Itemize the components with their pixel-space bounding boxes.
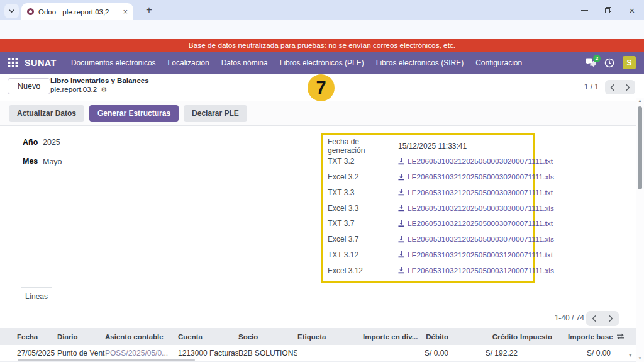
col-diario[interactable]: Diario [57, 333, 105, 341]
cell-cuenta[interactable]: 1213000 Facturas... [178, 349, 238, 358]
menu-documentos-electronicos[interactable]: Documentos electronicos [71, 59, 156, 67]
tab-lineas[interactable]: Líneas [21, 287, 52, 305]
apps-grid-icon[interactable] [8, 58, 18, 67]
file-name: LE2060531032120250500031200071111.txt [408, 251, 553, 259]
scroll-down-arrow[interactable]: ▼ [636, 356, 644, 360]
neutralized-database-banner: Base de datos neutralizada para pruebas:… [0, 39, 644, 52]
col-socio[interactable]: Socio [238, 333, 297, 341]
file-name: LE2060531032120250500030200071111.txt [408, 157, 553, 166]
menu-libros-electronicos-ple[interactable]: Libros electrónicos (PLE) [280, 59, 364, 67]
breadcrumb-parent[interactable]: Libro Inventarios y Balances [50, 77, 149, 84]
download-file-link[interactable]: LE2060531032120250500030300071111.xls [398, 204, 554, 213]
file-row: TXT 3.7 LE206053103212025050003070007111… [328, 216, 528, 232]
file-row: TXT 3.3 LE206053103212025050003030007111… [328, 185, 528, 201]
month-field[interactable]: Mayo [43, 157, 62, 166]
download-file-link[interactable]: LE2060531032120250500030700071111.xls [398, 235, 554, 244]
col-debito[interactable]: Débito [419, 333, 451, 341]
file-name: LE2060531032120250500030300071111.txt [408, 188, 553, 197]
file-name: LE2060531032120250500030200071111.xls [408, 173, 554, 181]
breadcrumb-record: ple.report.03.2 ⚙ [50, 86, 149, 93]
file-label: Excel 3.2 [328, 173, 398, 181]
tab-search-button[interactable] [4, 4, 19, 18]
list-pager-next-button[interactable] [602, 311, 619, 326]
menu-configuracion[interactable]: Configuracion [475, 59, 522, 67]
col-credito[interactable]: Crédito [451, 333, 520, 341]
year-field[interactable]: 2025 [43, 138, 60, 147]
col-importe-divisa[interactable]: Importe en div... [363, 333, 419, 341]
download-file-link[interactable]: LE2060531032120250500030300071111.txt [398, 188, 553, 197]
download-icon [398, 158, 404, 165]
row-dropdown-caret-icon[interactable]: ▾ [629, 352, 632, 358]
file-label: Excel 3.12 [328, 266, 398, 275]
odoo-favicon-icon [27, 8, 34, 15]
breadcrumb: Libro Inventarios y Balances ple.report.… [50, 77, 149, 93]
col-importe-base[interactable]: Importe base [568, 333, 613, 341]
col-fecha[interactable]: Fecha [17, 333, 57, 341]
file-label: Excel 3.3 [328, 204, 398, 213]
cell-debito[interactable]: S/ 0.00 [419, 349, 451, 358]
form-statusbar: Actualizar Datos Generar Estructuras Dec… [0, 101, 644, 126]
tab-close-icon[interactable]: × [123, 8, 128, 16]
app-brand-sunat[interactable]: SUNAT [25, 58, 57, 68]
scroll-up-arrow[interactable]: ▲ [636, 99, 644, 103]
browser-tab[interactable]: Odoo - ple.report.03,2 × [21, 3, 133, 20]
gear-icon[interactable]: ⚙ [101, 86, 107, 93]
cell-socio[interactable]: B2B SOLUTIONS ... [238, 349, 297, 358]
adjust-columns-icon[interactable] [613, 333, 627, 340]
annotation-circle-7: 7 [308, 74, 335, 101]
download-file-link[interactable]: LE2060531032120250500030200071111.txt [398, 157, 553, 166]
download-icon [398, 267, 404, 274]
cell-fecha[interactable]: 27/05/2025 [17, 349, 57, 358]
window-restore-button[interactable] [600, 3, 616, 18]
cell-credito[interactable]: S/ 192.22 [451, 349, 520, 358]
table-header: Fecha Diario Asiento contable Cuenta Soc… [0, 328, 644, 345]
menu-libros-electronicos-sire[interactable]: Libros electrónicos (SIRE) [376, 59, 464, 67]
month-label: Mes [23, 157, 38, 166]
download-file-link[interactable]: LE2060531032120250500030700071111.txt [398, 219, 553, 228]
messages-button[interactable]: 2 [585, 58, 596, 68]
list-pager-previous-button[interactable] [586, 311, 602, 326]
horizontal-scrollbar-thumb[interactable] [18, 359, 195, 361]
vertical-scrollbar[interactable]: ▲ ▼ [636, 98, 644, 362]
actualizar-datos-button[interactable]: Actualizar Datos [9, 105, 84, 122]
download-file-link[interactable]: LE2060531032120250500030200071111.xls [398, 173, 554, 181]
window-close-button[interactable]: × [624, 3, 640, 18]
menu-datos-nomina[interactable]: Datos nómina [221, 59, 268, 67]
cell-diario[interactable]: Punto de Venta [57, 349, 105, 358]
list-pager-text: 1-40 / 74 [555, 314, 584, 322]
cell-asiento-contable[interactable]: POSS/2025/05/0... [105, 349, 178, 358]
messages-count-badge: 2 [593, 55, 601, 62]
window-minimize-button[interactable] [576, 3, 592, 18]
download-icon [398, 205, 404, 212]
file-label: TXT 3.7 [328, 219, 398, 228]
cell-importe-base[interactable]: S/ 0.00 [568, 349, 613, 358]
declarar-ple-button[interactable]: Declarar PLE [184, 105, 247, 122]
pager-previous-button[interactable] [605, 80, 620, 94]
notebook-divider [0, 305, 644, 305]
banner-text: Base de datos neutralizada para pruebas:… [189, 41, 455, 50]
col-impuesto[interactable]: Impuesto [520, 333, 568, 341]
pager-next-button[interactable] [620, 80, 635, 94]
vertical-scrollbar-thumb[interactable] [638, 106, 642, 189]
download-file-link[interactable]: LE2060531032120250500031200071111.xls [398, 266, 554, 275]
col-cuenta[interactable]: Cuenta [178, 333, 238, 341]
col-asiento-contable[interactable]: Asiento contable [105, 333, 178, 341]
file-row: Excel 3.7 LE2060531032120250500030700071… [328, 232, 528, 247]
generar-estructuras-button[interactable]: Generar Estructuras [89, 105, 179, 122]
file-name: LE2060531032120250500031200071111.xls [408, 266, 554, 275]
activities-clock-icon[interactable] [604, 58, 614, 68]
col-etiqueta[interactable]: Etiqueta [297, 333, 363, 341]
file-row: Excel 3.12 LE206053103212025050003120007… [328, 263, 528, 278]
menu-localizacion[interactable]: Localización [168, 59, 209, 67]
new-record-button[interactable]: Nuevo [8, 78, 50, 94]
user-avatar[interactable]: S [623, 56, 636, 69]
chevron-down-icon [8, 8, 15, 14]
record-pager-text: 1 / 1 [584, 82, 599, 91]
file-label: TXT 3.3 [328, 188, 398, 197]
file-row: Excel 3.2 LE2060531032120250500030200071… [328, 169, 528, 185]
download-file-link[interactable]: LE2060531032120250500031200071111.txt [398, 251, 553, 259]
record-pager [605, 80, 635, 94]
file-label: TXT 3.12 [328, 251, 398, 259]
new-tab-button[interactable]: + [142, 3, 156, 17]
record-name: ple.report.03.2 [50, 86, 97, 93]
